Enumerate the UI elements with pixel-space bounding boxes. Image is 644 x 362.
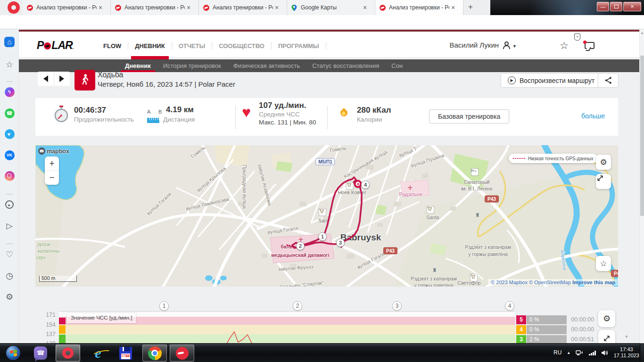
minimize-button[interactable]: — — [597, 2, 609, 11]
tray-clock[interactable]: 17:43 17.11.2023 — [614, 346, 639, 359]
osm-credit[interactable]: © OpenStreetMap — [529, 280, 571, 285]
polar-favicon — [27, 5, 33, 11]
tab-strip: Анализ тренировки - Pola×Анализ трениров… — [23, 0, 478, 15]
route-layer — [35, 145, 618, 287]
floppy-icon: 64 — [119, 347, 132, 360]
subnav-item[interactable]: Статус восстановления — [306, 59, 385, 72]
map-expand-button[interactable] — [596, 174, 611, 189]
taskbar-internet-explorer[interactable]: e — [88, 345, 108, 362]
diary-subnav: ДневникИстория тренировокФизическая акти… — [19, 59, 639, 72]
taskbar-chrome[interactable] — [142, 345, 167, 362]
taskbar-opera[interactable] — [56, 345, 80, 362]
tab-close-icon[interactable]: × — [97, 0, 104, 15]
sidebar-item-vk[interactable]: VK — [0, 150, 19, 160]
divider — [326, 42, 326, 49]
browser-tab[interactable]: Анализ тренировки - Pola× — [111, 0, 199, 15]
nav-item-сообщество[interactable]: СООБЩЕСТВО — [212, 42, 271, 49]
tab-close-icon[interactable]: × — [185, 0, 192, 15]
mapbox-logo[interactable]: mmapbox — [38, 148, 69, 155]
more-link[interactable]: больше — [581, 112, 605, 120]
polar-logo[interactable]: PLAR. — [37, 39, 73, 52]
chevron-down-icon: ▼ — [512, 44, 517, 49]
map-favorite-button[interactable]: ☆ — [596, 256, 611, 271]
start-button[interactable] — [4, 345, 23, 362]
sidebar-item-messenger[interactable]: ϟ — [0, 87, 19, 97]
scroll-up-arrow[interactable]: ▲ — [640, 31, 644, 34]
training-benefit-button[interactable]: Базовая тренировка — [429, 109, 509, 123]
polar-header: PLAR. FLOWДНЕВНИКОТЧЕТЫСООБЩЕСТВОПРОГРАМ… — [19, 32, 639, 57]
route-map[interactable]: mmapbox + − Низкая точность GPS-данных ⚙… — [35, 145, 618, 287]
tray-time: 17:43 — [614, 346, 639, 353]
vk-icon: VK — [5, 150, 15, 160]
divider-icon — [6, 243, 13, 244]
sidebar-item-favorites[interactable]: ♡ — [0, 249, 19, 260]
sidebar-item-settings[interactable]: ⚙ — [0, 292, 19, 302]
volume-icon[interactable] — [601, 350, 609, 356]
tab-close-icon[interactable]: × — [361, 0, 369, 15]
browser-tab[interactable]: Анализ тренировки - Pola× — [23, 0, 111, 15]
polar-flow-page: PLAR. FLOWДНЕВНИКОТЧЕТЫСООБЩЕСТВОПРОГРАМ… — [19, 29, 639, 343]
floppy-label: 64 — [121, 354, 130, 359]
tab-close-icon[interactable]: × — [273, 0, 281, 15]
next-session-button[interactable] — [54, 72, 70, 86]
hr-minmax: Макс. 131 | Мин. 80 — [259, 119, 316, 126]
sidebar-item-telegram[interactable]: ► — [0, 129, 19, 139]
zone-percent: 0 % — [527, 315, 567, 324]
sidebar-item-instagram[interactable] — [0, 171, 19, 183]
subnav-item[interactable]: Физическая активность — [227, 59, 306, 72]
opera-logo-icon[interactable] — [8, 1, 20, 14]
show-desktop-button[interactable] — [640, 343, 644, 362]
sidebar-item-bookmarks[interactable]: ☆ — [0, 59, 19, 70]
speed-dial-icon: ⌂ — [4, 37, 15, 47]
tab-title: Анализ тренировки - Pola — [36, 4, 97, 11]
favorites-star-icon[interactable]: ☆ — [560, 40, 569, 51]
zoom-in-button[interactable]: + — [45, 156, 59, 171]
language-indicator[interactable]: RU — [553, 349, 561, 356]
windows-taskbar: ☎ e 64 — [0, 343, 644, 362]
nav-item-отчеты[interactable]: ОТЧЕТЫ — [172, 42, 212, 49]
new-tab-button[interactable]: + — [463, 0, 478, 15]
notifications-icon[interactable] — [585, 42, 594, 49]
sidebar-item-speed-dial[interactable]: ⌂ — [0, 37, 19, 47]
maximize-button[interactable] — [610, 2, 622, 11]
play-route-button[interactable]: ▶ Воспроизвести маршрут — [501, 73, 602, 88]
nav-item-программы[interactable]: ПРОГРАММЫ — [272, 42, 326, 49]
subnav-item[interactable]: Сон — [385, 59, 409, 72]
taskbar-polar-flowsync[interactable] — [170, 345, 194, 362]
browser-tab[interactable]: Анализ тренировки - Pola× — [199, 0, 287, 15]
prev-session-button[interactable] — [38, 72, 54, 86]
page-scrollbar[interactable]: ▲ — [639, 29, 644, 343]
taskbar-viber[interactable]: ☎ — [30, 345, 51, 362]
sidebar-item-my-flow[interactable]: ▷ — [0, 221, 19, 231]
mapbox-credit[interactable]: © 2023 Mapbox — [491, 280, 528, 285]
improve-map-link[interactable]: Improve this map — [572, 280, 615, 285]
signal-bars-icon[interactable] — [589, 350, 596, 355]
zone-time: 00:00:00 — [566, 315, 594, 324]
subnav-item[interactable]: История тренировок — [157, 59, 227, 72]
sidebar-item-history[interactable]: ◷ — [0, 271, 19, 281]
taskbar-floppy-app[interactable]: 64 — [115, 345, 136, 362]
nav-item-flow[interactable]: FLOW — [97, 42, 128, 49]
logo-text: P — [37, 39, 43, 51]
share-button[interactable] — [598, 73, 619, 88]
map-settings-button[interactable]: ⚙ — [596, 155, 611, 170]
sidebar-item-player[interactable]: ► — [0, 200, 19, 209]
browser-tab[interactable]: Google Карты× — [287, 0, 375, 15]
y-axis-tick: 171 — [38, 312, 56, 318]
adblock-shield-icon[interactable]: × — [574, 33, 580, 41]
nav-item-дневник[interactable]: ДНЕВНИК — [128, 42, 171, 49]
sidebar-item-whatsapp[interactable]: ☎ — [0, 108, 19, 118]
user-menu[interactable]: Василий Лукин▼ — [449, 41, 517, 49]
close-button[interactable]: × — [623, 2, 641, 11]
chart-expand-button[interactable] — [598, 330, 615, 343]
browser-tab[interactable]: Анализ тренировки - Pola× — [375, 0, 463, 15]
hidden-icons-arrow[interactable]: ▲ — [567, 351, 570, 355]
collapse-arrow-icon[interactable]: ▼ — [625, 335, 628, 339]
scroll-thumb[interactable] — [640, 56, 644, 216]
zoom-out-button[interactable]: − — [45, 171, 59, 185]
tab-close-icon[interactable]: × — [449, 0, 457, 15]
network-plug-icon[interactable] — [576, 350, 584, 356]
subnav-item[interactable]: Дневник — [119, 59, 157, 72]
settings-icon: ⚙ — [6, 292, 13, 302]
chart-settings-button[interactable]: ⚙ — [598, 310, 615, 327]
